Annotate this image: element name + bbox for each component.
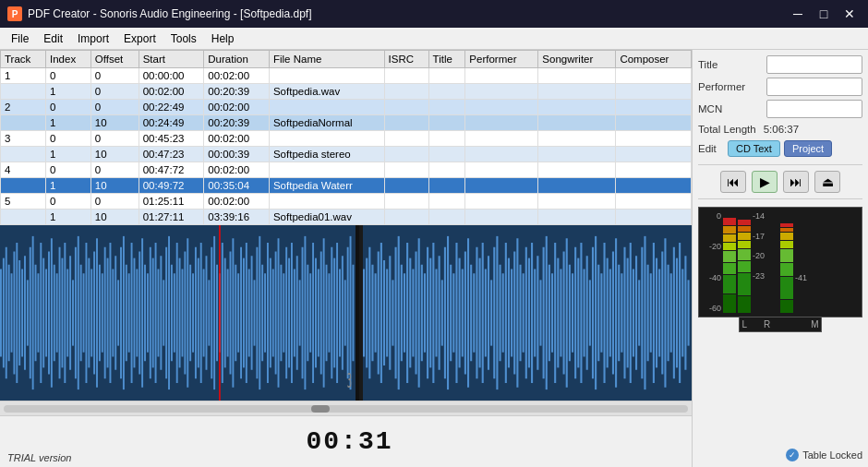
svg-rect-173 <box>467 238 469 388</box>
svg-rect-241 <box>665 238 667 388</box>
svg-rect-222 <box>609 269 611 357</box>
svg-rect-127 <box>336 243 338 383</box>
svg-rect-52 <box>136 269 138 357</box>
svg-rect-131 <box>347 247 349 379</box>
play-button[interactable]: ▶ <box>752 171 778 193</box>
title-field-row: Title <box>698 55 862 74</box>
svg-rect-37 <box>96 238 98 388</box>
svg-rect-208 <box>569 265 571 362</box>
waveform-left[interactable]: 3 <box>0 225 356 401</box>
svg-rect-177 <box>479 258 481 368</box>
transport-controls[interactable]: ⏮ ▶ ⏭ ⏏ <box>698 164 862 199</box>
svg-rect-200 <box>546 236 548 389</box>
svg-rect-167 <box>450 265 452 362</box>
svg-rect-187 <box>508 258 510 368</box>
table-row[interactable]: 11000:49:7200:35:04Softpedia Waterr <box>1 178 692 194</box>
rewind-button[interactable]: ⏮ <box>720 171 746 193</box>
scroll-track[interactable] <box>4 405 688 413</box>
svg-rect-124 <box>328 273 330 353</box>
waveform-right[interactable] <box>363 225 692 401</box>
vu-left-scale: 0 -20 -40 -60 <box>703 211 721 313</box>
svg-rect-227 <box>624 247 626 379</box>
svg-rect-78 <box>206 256 208 370</box>
svg-rect-236 <box>650 273 652 353</box>
svg-rect-198 <box>540 280 542 345</box>
table-row[interactable]: 30000:45:2300:02:00 <box>1 131 692 147</box>
table-row[interactable]: 11000:24:4900:20:39SoftpediaNormal <box>1 115 692 131</box>
svg-rect-90 <box>237 273 239 353</box>
title-input[interactable] <box>766 55 862 74</box>
svg-rect-25 <box>64 243 66 383</box>
svg-rect-7 <box>16 243 18 383</box>
minimize-button[interactable]: ─ <box>787 6 809 22</box>
total-length-value: 5:06:37 <box>764 124 799 135</box>
svg-rect-66 <box>174 273 175 353</box>
svg-rect-219 <box>601 273 603 353</box>
cd-text-button[interactable]: CD Text <box>728 140 780 157</box>
svg-rect-220 <box>604 243 606 383</box>
svg-rect-81 <box>213 236 215 389</box>
svg-rect-185 <box>502 273 504 353</box>
svg-rect-229 <box>630 243 632 383</box>
table-row[interactable]: 40000:47:7200:02:00 <box>1 162 692 178</box>
main-area: Track Index Offset Start Duration File N… <box>0 50 868 467</box>
table-row[interactable]: 50001:25:1100:02:00 <box>1 194 692 210</box>
svg-rect-172 <box>464 252 466 375</box>
svg-rect-12 <box>30 247 31 379</box>
svg-rect-226 <box>621 273 623 353</box>
menu-export[interactable]: Export <box>116 30 163 47</box>
menu-import[interactable]: Import <box>70 30 116 47</box>
svg-rect-164 <box>441 280 443 345</box>
menu-help[interactable]: Help <box>204 30 242 47</box>
svg-rect-71 <box>187 238 188 388</box>
svg-rect-232 <box>638 280 640 345</box>
table-row[interactable]: 11000:47:2300:00:39Softpedia stereo <box>1 147 692 162</box>
svg-rect-49 <box>128 273 130 353</box>
maximize-button[interactable]: □ <box>813 6 835 22</box>
svg-rect-199 <box>543 247 545 379</box>
scroll-area[interactable] <box>0 401 692 415</box>
svg-rect-38 <box>99 265 101 362</box>
close-button[interactable]: ✕ <box>838 6 861 22</box>
svg-rect-3 <box>6 247 7 379</box>
performer-input[interactable] <box>766 78 862 96</box>
svg-rect-224 <box>615 238 617 388</box>
project-button[interactable]: Project <box>784 140 832 157</box>
table-row[interactable]: 10000:00:0000:02:00 <box>1 68 692 84</box>
svg-rect-84 <box>222 243 223 383</box>
svg-rect-65 <box>171 265 173 362</box>
svg-rect-138 <box>366 258 368 368</box>
table-row[interactable]: 11001:27:1103:39:16Softpedia01.wav <box>1 210 692 225</box>
title-field-label: Title <box>698 59 763 70</box>
table-row[interactable]: 1000:02:0000:20:39Softpedia.wav <box>1 84 692 100</box>
svg-rect-32 <box>83 273 85 353</box>
svg-rect-160 <box>429 258 431 368</box>
svg-rect-193 <box>525 247 527 379</box>
svg-rect-228 <box>627 258 629 368</box>
menu-tools[interactable]: Tools <box>163 30 204 47</box>
svg-rect-82 <box>216 265 218 362</box>
svg-rect-247 <box>682 269 684 357</box>
menu-edit[interactable]: Edit <box>36 30 70 47</box>
svg-rect-80 <box>211 247 212 379</box>
svg-rect-64 <box>168 236 170 389</box>
eject-button[interactable]: ⏏ <box>814 171 840 193</box>
svg-rect-143 <box>380 243 382 383</box>
svg-rect-101 <box>267 243 269 383</box>
waveform-section[interactable]: 3 <box>0 225 692 401</box>
window-controls[interactable]: ─ □ ✕ <box>787 6 861 22</box>
svg-rect-202 <box>551 273 553 353</box>
scroll-thumb[interactable] <box>311 405 330 413</box>
svg-rect-165 <box>444 247 446 379</box>
svg-rect-140 <box>372 265 374 362</box>
menu-file[interactable]: File <box>4 30 36 47</box>
mcn-input[interactable] <box>766 100 862 118</box>
svg-rect-166 <box>447 236 449 389</box>
svg-rect-95 <box>251 256 253 370</box>
right-panel: Title Performer MCN Total Length 5:06:37… <box>693 50 868 467</box>
col-songwriter: Songwriter <box>538 51 616 68</box>
table-row[interactable]: 20000:22:4900:02:00 <box>1 100 692 115</box>
forward-button[interactable]: ⏭ <box>783 171 809 193</box>
svg-rect-130 <box>344 280 346 345</box>
svg-rect-15 <box>37 273 39 353</box>
